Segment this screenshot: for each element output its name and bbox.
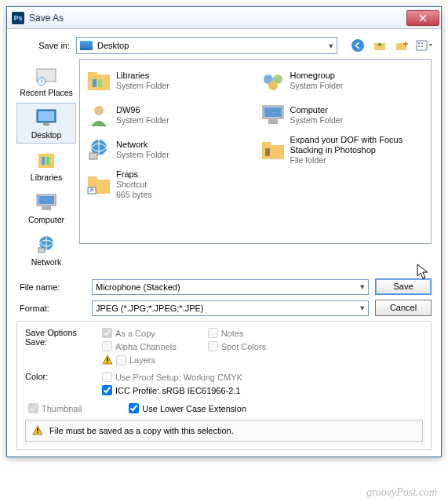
warning-icon bbox=[102, 355, 113, 366]
svg-rect-4 bbox=[418, 42, 420, 44]
alpha-checkbox: Alpha Channels bbox=[102, 341, 177, 351]
svg-rect-22 bbox=[88, 72, 97, 76]
close-button[interactable] bbox=[406, 10, 439, 26]
back-button[interactable] bbox=[350, 38, 366, 53]
svg-rect-43 bbox=[37, 432, 38, 433]
save-as-dialog: Ps Save As Save in: Desktop ▾ bbox=[6, 6, 442, 457]
filename-input[interactable]: ▾ bbox=[92, 279, 369, 295]
filename-field[interactable] bbox=[96, 282, 360, 292]
file-list[interactable]: LibrariesSystem Folder HomegroupSystem F… bbox=[79, 59, 432, 244]
chevron-down-icon[interactable]: ▾ bbox=[360, 303, 365, 313]
libraries-place-icon bbox=[34, 149, 59, 171]
chevron-down-icon: ▾ bbox=[329, 41, 333, 51]
up-button[interactable] bbox=[372, 38, 388, 53]
svg-rect-18 bbox=[42, 206, 51, 210]
titlebar: Ps Save As bbox=[7, 7, 441, 29]
file-item-computer[interactable]: ComputerSystem Folder bbox=[259, 99, 427, 132]
svg-rect-17 bbox=[38, 196, 54, 204]
desktop-icon bbox=[80, 41, 93, 50]
svg-rect-6 bbox=[421, 42, 423, 44]
svg-rect-38 bbox=[88, 176, 97, 181]
photoshop-app-icon: Ps bbox=[12, 12, 24, 24]
svg-point-0 bbox=[351, 39, 364, 52]
svg-rect-11 bbox=[38, 111, 54, 121]
folder-icon bbox=[260, 137, 286, 162]
save-button[interactable]: Save bbox=[375, 278, 432, 295]
file-item-libraries[interactable]: LibrariesSystem Folder bbox=[85, 64, 253, 97]
warning-icon bbox=[32, 425, 43, 436]
format-label: Format: bbox=[16, 304, 86, 313]
save-in-dropdown[interactable]: Desktop ▾ bbox=[76, 37, 337, 54]
file-item-user[interactable]: DW96System Folder bbox=[85, 99, 253, 132]
file-item-network[interactable]: NetworkSystem Folder bbox=[85, 133, 253, 166]
place-recent[interactable]: Recent Places bbox=[16, 60, 76, 101]
cancel-button[interactable]: Cancel bbox=[375, 300, 432, 316]
format-value: JPEG (*.JPG;*.JPEG;*.JPE) bbox=[96, 304, 360, 313]
warning-text: File must be saved as a copy with this s… bbox=[49, 426, 234, 435]
save-in-label: Save in: bbox=[16, 41, 76, 50]
save-sublabel: Save: bbox=[25, 337, 102, 347]
window-title: Save As bbox=[29, 13, 406, 24]
svg-rect-42 bbox=[37, 428, 38, 431]
format-dropdown[interactable]: JPEG (*.JPG;*.JPEG;*.JPE) ▾ bbox=[92, 300, 369, 316]
user-icon bbox=[86, 103, 111, 128]
svg-rect-24 bbox=[98, 79, 102, 87]
svg-rect-31 bbox=[268, 119, 278, 124]
svg-rect-12 bbox=[43, 123, 49, 126]
icc-checkbox[interactable]: ICC Profile: sRGB IEC61966-2.1 bbox=[102, 385, 242, 395]
warning-message: File must be saved as a copy with this s… bbox=[25, 420, 423, 442]
svg-rect-5 bbox=[418, 45, 420, 47]
svg-rect-15 bbox=[46, 157, 49, 165]
lowercase-checkbox[interactable]: Use Lower Case Extension bbox=[129, 403, 246, 413]
svg-rect-39 bbox=[88, 187, 96, 194]
computer-place-icon bbox=[34, 191, 59, 213]
save-options-group: Save Options Save: As a Copy Alpha Chann… bbox=[16, 321, 432, 450]
place-libraries[interactable]: Libraries bbox=[16, 145, 76, 186]
close-icon bbox=[419, 14, 427, 22]
svg-rect-20 bbox=[38, 248, 45, 253]
place-computer[interactable]: Computer bbox=[16, 187, 76, 228]
color-label: Color: bbox=[25, 372, 102, 395]
place-network[interactable]: Network bbox=[16, 230, 76, 271]
computer-icon bbox=[260, 103, 286, 128]
as-copy-checkbox: As a Copy bbox=[102, 328, 177, 338]
svg-point-28 bbox=[94, 106, 104, 115]
svg-point-27 bbox=[268, 81, 278, 90]
svg-rect-7 bbox=[421, 45, 423, 47]
notes-checkbox: Notes bbox=[208, 328, 266, 338]
recent-places-icon bbox=[34, 64, 59, 86]
svg-rect-14 bbox=[42, 157, 45, 165]
thumbnail-checkbox: Thumbnail bbox=[28, 403, 82, 413]
watermark: groovyPost.com bbox=[366, 486, 437, 499]
svg-rect-30 bbox=[264, 107, 282, 117]
file-item-homegroup[interactable]: HomegroupSystem Folder bbox=[259, 64, 427, 97]
svg-rect-23 bbox=[93, 79, 97, 87]
file-item-folder[interactable]: Expand your DOF with Focus Stacking in P… bbox=[259, 133, 427, 166]
svg-rect-33 bbox=[89, 153, 97, 159]
filename-label: File name: bbox=[16, 282, 86, 292]
svg-rect-41 bbox=[107, 362, 107, 362]
file-item-shortcut[interactable]: FrapsShortcut665 bytes bbox=[85, 168, 253, 201]
desktop-place-icon bbox=[34, 107, 59, 129]
svg-rect-36 bbox=[265, 148, 270, 156]
save-in-value: Desktop bbox=[97, 41, 329, 50]
network-icon bbox=[86, 137, 111, 162]
folder-shortcut-icon bbox=[86, 172, 111, 197]
chevron-down-icon[interactable]: ▾ bbox=[360, 282, 365, 292]
places-bar: Recent Places Desktop Libraries Computer… bbox=[16, 59, 76, 272]
place-desktop[interactable]: Desktop bbox=[16, 103, 76, 144]
spot-checkbox: Spot Colors bbox=[208, 341, 266, 351]
libraries-icon bbox=[86, 68, 111, 93]
new-folder-button[interactable] bbox=[394, 38, 410, 53]
proof-checkbox: Use Proof Setup: Working CMYK bbox=[102, 372, 242, 382]
save-options-title: Save Options bbox=[25, 328, 102, 337]
svg-rect-35 bbox=[262, 142, 271, 147]
network-place-icon bbox=[34, 234, 59, 256]
view-menu-button[interactable] bbox=[416, 38, 432, 53]
layers-checkbox: Layers bbox=[102, 355, 177, 366]
svg-rect-40 bbox=[107, 358, 107, 361]
homegroup-icon bbox=[260, 68, 286, 93]
